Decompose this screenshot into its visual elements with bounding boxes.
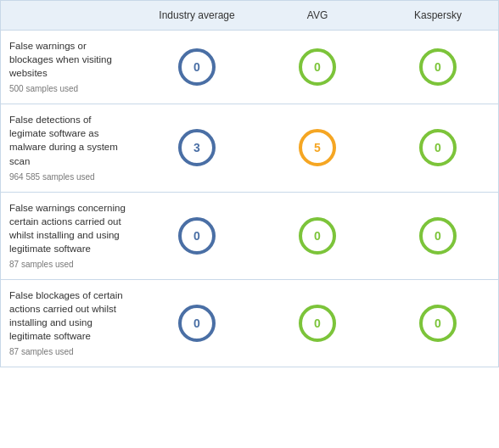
score-cell-industry_avg: 0: [137, 293, 257, 354]
table-row: False blockages of certain actions carri…: [1, 280, 498, 367]
row-description: False warnings or blockages when visitin…: [9, 41, 112, 78]
row-samples: 500 samples used: [9, 83, 128, 95]
score-circle-avg: 0: [299, 217, 336, 255]
score-circle-industry_avg: 0: [178, 305, 216, 342]
table-row: False detections of legimate software as…: [1, 104, 498, 192]
score-cell-kaspersky: 0: [378, 293, 498, 354]
header-industry-avg: Industry average: [137, 1, 257, 30]
row-label: False warnings concerning certain action…: [1, 193, 137, 279]
score-cell-avg: 0: [257, 36, 378, 98]
comparison-table: Industry average AVG Kaspersky False war…: [0, 0, 499, 367]
score-circle-industry_avg: 0: [178, 217, 216, 255]
score-circle-industry_avg: 3: [178, 129, 216, 166]
score-circle-industry_avg: 0: [178, 48, 216, 86]
row-label: False warnings or blockages when visitin…: [1, 31, 137, 104]
row-samples: 964 585 samples used: [9, 171, 128, 183]
score-cell-avg: 0: [257, 205, 378, 266]
score-circle-kaspersky: 0: [419, 305, 457, 342]
table-row: False warnings or blockages when visitin…: [1, 31, 498, 104]
header-col1: [1, 1, 137, 30]
score-cell-avg: 5: [257, 117, 378, 178]
score-circle-avg: 0: [299, 48, 336, 86]
score-cell-kaspersky: 0: [378, 36, 498, 98]
row-samples: 87 samples used: [9, 346, 128, 358]
table-header: Industry average AVG Kaspersky: [1, 1, 498, 31]
header-avg: AVG: [257, 1, 378, 30]
header-kaspersky: Kaspersky: [378, 1, 498, 30]
score-circle-kaspersky: 0: [419, 129, 457, 166]
score-cell-kaspersky: 0: [378, 205, 498, 266]
score-circle-kaspersky: 0: [419, 217, 457, 255]
row-label: False detections of legimate software as…: [1, 104, 137, 191]
score-cell-industry_avg: 0: [137, 205, 257, 266]
score-circle-kaspersky: 0: [419, 48, 457, 86]
score-circle-avg: 0: [299, 305, 336, 342]
score-cell-avg: 0: [257, 293, 378, 354]
row-description: False warnings concerning certain action…: [9, 203, 126, 254]
score-cell-kaspersky: 0: [378, 117, 498, 178]
row-label: False blockages of certain actions carri…: [1, 280, 137, 367]
table-row: False warnings concerning certain action…: [1, 193, 498, 280]
score-cell-industry_avg: 0: [137, 36, 257, 98]
row-description: False blockages of certain actions carri…: [9, 290, 123, 341]
row-description: False detections of legimate software as…: [9, 115, 118, 165]
table-body: False warnings or blockages when visitin…: [1, 31, 498, 367]
score-cell-industry_avg: 3: [137, 117, 257, 178]
score-circle-avg: 5: [299, 129, 336, 166]
row-samples: 87 samples used: [9, 259, 128, 271]
